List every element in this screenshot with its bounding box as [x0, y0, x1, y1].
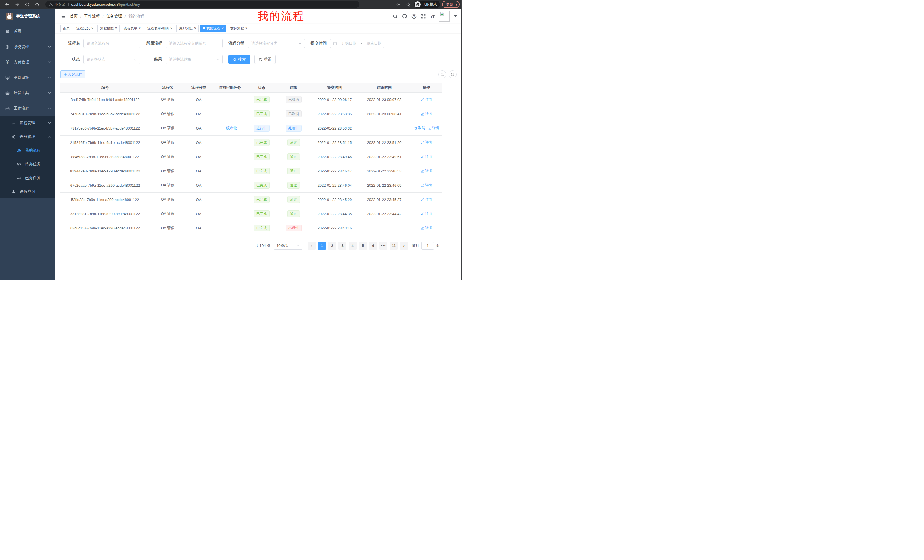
cell-id: 52ffd28e-7b9a-11ec-a290-acde48001122 — [60, 192, 150, 207]
detail-action[interactable]: 详情 — [421, 111, 432, 116]
gear-icon — [5, 45, 10, 49]
close-icon[interactable]: × — [245, 27, 247, 30]
cell-task — [212, 164, 248, 178]
close-icon[interactable]: × — [171, 27, 172, 30]
column-header: 结果 — [275, 83, 312, 93]
tab-首页[interactable]: 首页 — [60, 24, 72, 32]
sidebar-item-工作流程[interactable]: 工作流程 — [0, 101, 55, 116]
font-size-icon[interactable]: тT — [430, 14, 435, 19]
process-table: 编号流程名流程分类当前审批任务状态结果提交时间结束时间操作 3ad174fb-7… — [60, 83, 442, 235]
sidebar-toggle-icon[interactable] — [60, 14, 65, 19]
sidebar-item-任务管理[interactable]: 任务管理 — [0, 130, 55, 144]
cell-name: OA 请假 — [150, 107, 186, 121]
sidebar-item-待办任务[interactable]: 待办任务 — [0, 157, 55, 171]
detail-action[interactable]: 详情 — [421, 197, 432, 202]
bookmark-star-icon[interactable] — [405, 1, 412, 8]
create-process-button[interactable]: 发起流程 — [60, 70, 86, 78]
screen: 不安全 dashboard.yudao.iocoder.cn/bpm/task/… — [0, 0, 462, 280]
goto-label: 前往 — [412, 243, 420, 248]
close-icon[interactable]: × — [115, 27, 117, 30]
address-bar[interactable]: 不安全 dashboard.yudao.iocoder.cn/bpm/task/… — [45, 1, 360, 8]
result-badge: 通过 — [287, 182, 300, 189]
close-icon[interactable]: × — [92, 27, 93, 30]
detail-action[interactable]: 详情 — [421, 168, 432, 173]
cancel-action[interactable]: 取消 — [414, 126, 425, 130]
status-filter-select[interactable]: 请选择状态 — [83, 55, 141, 64]
logo-image — [6, 13, 13, 20]
detail-action[interactable]: 详情 — [428, 126, 439, 130]
sidebar-item-请假查询[interactable]: 请假查询 — [0, 185, 55, 198]
avatar-caret-icon[interactable] — [454, 15, 457, 17]
cell-id: 7470a810-7b9b-11ec-b5b7-acde48001122 — [60, 107, 150, 121]
detail-action[interactable]: 详情 — [421, 97, 432, 102]
time-range-picker[interactable]: 开始日期 - 结束日期 — [330, 39, 384, 48]
sidebar-logo[interactable]: 芋道管理系统 — [0, 9, 55, 24]
browser-reload-icon[interactable] — [23, 1, 31, 8]
name-filter-input[interactable]: 请输入流程名 — [83, 39, 141, 48]
sidebar-item-系统管理[interactable]: 系统管理 — [0, 39, 55, 54]
user-icon — [11, 190, 16, 194]
detail-action[interactable]: 详情 — [421, 183, 432, 187]
prev-page-button[interactable]: ‹ — [308, 242, 315, 250]
password-key-icon[interactable] — [394, 1, 402, 8]
sidebar-item-已办任务[interactable]: 已办任务 — [0, 171, 55, 185]
browser-forward-icon[interactable] — [14, 1, 21, 8]
toggle-search-button[interactable] — [438, 70, 446, 78]
close-icon[interactable]: × — [194, 27, 196, 30]
goto-page-input[interactable]: 1 — [422, 242, 434, 250]
breadcrumb-home[interactable]: 首页 — [70, 14, 78, 19]
sidebar-item-支付管理[interactable]: ¥ 支付管理 — [0, 54, 55, 70]
sidebar-item-首页[interactable]: 首页 — [0, 24, 55, 39]
table-row: 2152467e-7b9b-11ec-9a1b-acde48001122 OA … — [60, 135, 442, 150]
tab-流程表单[interactable]: 流程表单 × — [121, 24, 143, 32]
detail-action[interactable]: 详情 — [421, 211, 432, 216]
page-button-3[interactable]: 3 — [338, 242, 346, 250]
process-filter-input[interactable]: 请输入流程定义的编号 — [166, 39, 223, 48]
browser-update-button[interactable]: 更新 — [442, 1, 460, 8]
task-link[interactable]: 一级审批 — [222, 126, 237, 130]
tab-我的流程[interactable]: 我的流程 × — [200, 24, 226, 32]
github-icon[interactable] — [402, 14, 407, 19]
next-page-button[interactable]: › — [400, 242, 408, 250]
page-ellipsis[interactable]: ••• — [380, 242, 387, 250]
table-row: 3ad174fb-7b9d-11ec-8404-acde48001122 OA … — [60, 93, 442, 107]
cell-name: OA 请假 — [150, 178, 186, 192]
page-button-5[interactable]: 5 — [359, 242, 367, 250]
detail-action[interactable]: 详情 — [421, 140, 432, 145]
page-button-11[interactable]: 11 — [390, 242, 398, 250]
reset-button[interactable]: 重置 — [254, 55, 276, 64]
page-button-6[interactable]: 6 — [369, 242, 377, 250]
window-scrollbar[interactable] — [460, 0, 462, 280]
help-icon[interactable]: ? — [411, 14, 417, 19]
edit-icon — [421, 169, 424, 173]
cell-status: 进行中 — [248, 121, 275, 135]
browser-home-icon[interactable] — [33, 1, 41, 8]
page-size-select[interactable]: 10条/页 — [274, 242, 302, 250]
detail-action[interactable]: 详情 — [421, 226, 432, 231]
close-icon[interactable]: × — [139, 27, 141, 30]
tab-流程定义[interactable]: 流程定义 × — [74, 24, 96, 32]
tab-流程模型[interactable]: 流程模型 × — [98, 24, 120, 32]
detail-action[interactable]: 详情 — [421, 154, 432, 159]
page-button-4[interactable]: 4 — [349, 242, 357, 250]
page-button-2[interactable]: 2 — [328, 242, 336, 250]
sidebar-item-我的流程[interactable]: 我的流程 — [0, 144, 55, 157]
page-button-1[interactable]: 1 — [318, 242, 326, 250]
tab-流程表单-编辑[interactable]: 流程表单-编辑 × — [145, 24, 175, 32]
sidebar-item-流程管理[interactable]: 流程管理 — [0, 116, 55, 130]
fullscreen-icon[interactable] — [421, 14, 426, 19]
search-button[interactable]: 搜索 — [228, 55, 250, 64]
tab-发起流程[interactable]: 发起流程 × — [228, 24, 250, 32]
sidebar-item-基础设施[interactable]: 基础设施 — [0, 70, 55, 85]
refresh-table-button[interactable] — [448, 70, 457, 78]
tab-用户分组[interactable]: 用户分组 × — [177, 24, 199, 32]
security-indicator[interactable]: 不安全 — [49, 2, 65, 7]
eye-icon — [16, 162, 21, 166]
result-filter-select[interactable]: 请选择流结果 — [166, 55, 223, 64]
browser-back-icon[interactable] — [3, 1, 11, 8]
header-search-icon[interactable] — [393, 14, 398, 19]
category-filter-select[interactable]: 请选择流程分类 — [248, 39, 305, 48]
avatar[interactable] — [439, 11, 450, 22]
sidebar-item-研发工具[interactable]: 研发工具 — [0, 85, 55, 101]
close-icon[interactable]: × — [222, 27, 224, 30]
